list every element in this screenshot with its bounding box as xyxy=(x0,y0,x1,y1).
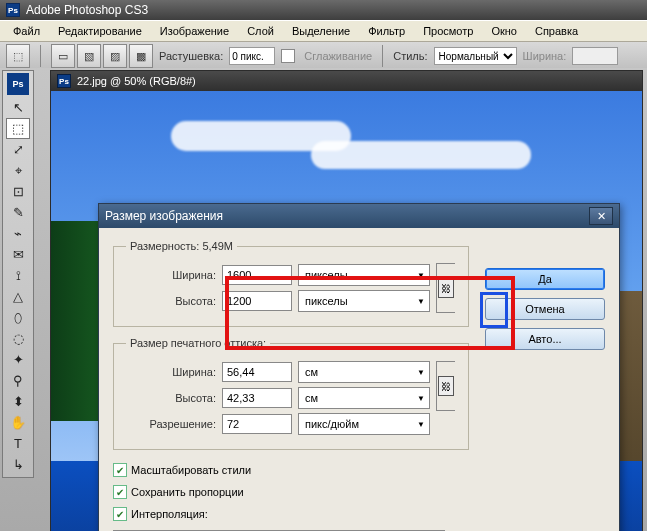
style-label: Стиль: xyxy=(393,50,427,62)
toolbox: Ps ↖ ⬚ ⤢ ⌖ ⊡ ✎ ⌁ ✉ ⟟ △ ⬯ ◌ ✦ ⚲ ⬍ ✋ T ↳ xyxy=(2,70,34,478)
px-width-input[interactable] xyxy=(222,265,292,285)
px-width-unit[interactable]: пикселы▼ xyxy=(298,264,430,286)
tool-move[interactable]: ↖ xyxy=(6,97,30,118)
tool-hand[interactable]: ✋ xyxy=(6,412,30,433)
sel-mode-add[interactable]: ▧ xyxy=(77,44,101,68)
feather-label: Растушевка: xyxy=(159,50,223,62)
px-height-input[interactable] xyxy=(222,291,292,311)
current-tool-icon[interactable]: ⬚ xyxy=(6,44,30,68)
image-cloud xyxy=(311,141,531,169)
chain-icon[interactable]: ⛓ xyxy=(438,278,454,298)
print-width-input[interactable] xyxy=(222,362,292,382)
document-title: 22.jpg @ 50% (RGB/8#) xyxy=(77,75,196,87)
px-link-bracket: ⛓ xyxy=(436,263,455,313)
constrain-checkbox[interactable]: ✔ xyxy=(113,485,127,499)
constrain-row: ✔ Сохранить пропорции xyxy=(113,482,605,502)
sel-mode-sub[interactable]: ▨ xyxy=(103,44,127,68)
interp-row: ✔ Интерполяция: xyxy=(113,504,605,524)
close-button[interactable]: ✕ xyxy=(589,207,613,225)
separator xyxy=(382,45,383,67)
tool-stamp[interactable]: ⟟ xyxy=(6,265,30,286)
feather-input[interactable] xyxy=(229,47,275,65)
app-title: Adobe Photoshop CS3 xyxy=(26,3,148,17)
menu-select[interactable]: Выделение xyxy=(283,23,359,39)
interp-checkbox[interactable]: ✔ xyxy=(113,507,127,521)
tool-type[interactable]: T xyxy=(6,433,30,454)
pixel-dimensions-legend: Размерность: 5,49M xyxy=(126,240,237,252)
print-link-bracket: ⛓ xyxy=(436,361,455,411)
print-size-group: Размер печатного оттиска: Ширина: см▼ Вы… xyxy=(113,337,469,450)
tool-pen[interactable]: ⬍ xyxy=(6,391,30,412)
menubar: Файл Редактирование Изображение Слой Выд… xyxy=(0,20,647,42)
dialog-button-column: Да Отмена Авто... xyxy=(485,268,605,350)
menu-edit[interactable]: Редактирование xyxy=(49,23,151,39)
scale-styles-checkbox[interactable]: ✔ xyxy=(113,463,127,477)
tool-dodge[interactable]: ⚲ xyxy=(6,370,30,391)
sel-mode-new[interactable]: ▭ xyxy=(51,44,75,68)
chain-icon[interactable]: ⛓ xyxy=(438,376,454,396)
fixed-width-label: Ширина: xyxy=(523,50,567,62)
fixed-width-input[interactable] xyxy=(572,47,618,65)
scale-styles-row: ✔ Масштабировать стили xyxy=(113,460,605,480)
sel-mode-int[interactable]: ▩ xyxy=(129,44,153,68)
menu-file[interactable]: Файл xyxy=(4,23,49,39)
chevron-down-icon: ▼ xyxy=(417,297,425,306)
toolbox-logo: Ps xyxy=(7,73,29,95)
menu-image[interactable]: Изображение xyxy=(151,23,238,39)
menu-help[interactable]: Справка xyxy=(526,23,587,39)
document-titlebar[interactable]: Ps 22.jpg @ 50% (RGB/8#) xyxy=(51,71,642,91)
menu-filter[interactable]: Фильтр xyxy=(359,23,414,39)
px-height-label: Высота: xyxy=(126,295,216,307)
antialias-checkbox[interactable] xyxy=(281,49,295,63)
antialias-label: Сглаживание xyxy=(304,50,372,62)
tool-path[interactable]: ↳ xyxy=(6,454,30,475)
menu-layer[interactable]: Слой xyxy=(238,23,283,39)
chevron-down-icon: ▼ xyxy=(417,420,425,429)
print-height-unit[interactable]: см▼ xyxy=(298,387,430,409)
close-icon: ✕ xyxy=(597,210,606,223)
resolution-unit[interactable]: пикс/дюйм▼ xyxy=(298,413,430,435)
dialog-titlebar[interactable]: Размер изображения ✕ xyxy=(99,204,619,228)
tool-lasso[interactable]: ⤢ xyxy=(6,139,30,160)
print-height-label: Высота: xyxy=(126,392,216,404)
tool-wand[interactable]: ⌖ xyxy=(6,160,30,181)
dialog-title: Размер изображения xyxy=(105,209,223,223)
tool-eraser[interactable]: ⬯ xyxy=(6,307,30,328)
tool-blur[interactable]: ✦ xyxy=(6,349,30,370)
tool-heal[interactable]: ⌁ xyxy=(6,223,30,244)
app-titlebar: Ps Adobe Photoshop CS3 xyxy=(0,0,647,20)
tool-marquee[interactable]: ⬚ xyxy=(6,118,30,139)
separator xyxy=(40,45,41,67)
selection-mode-group: ▭ ▧ ▨ ▩ xyxy=(51,44,153,68)
dialog-body: Да Отмена Авто... Размерность: 5,49M Шир… xyxy=(99,228,619,531)
interp-label: Интерполяция: xyxy=(131,508,208,520)
cancel-button[interactable]: Отмена xyxy=(485,298,605,320)
chevron-down-icon: ▼ xyxy=(417,368,425,377)
ok-button[interactable]: Да xyxy=(485,268,605,290)
tool-gradient[interactable]: ◌ xyxy=(6,328,30,349)
style-select[interactable]: Нормальный xyxy=(434,47,517,65)
image-size-dialog: Размер изображения ✕ Да Отмена Авто... Р… xyxy=(98,203,620,531)
resolution-input[interactable] xyxy=(222,414,292,434)
px-width-label: Ширина: xyxy=(126,269,216,281)
workspace: Ps ↖ ⬚ ⤢ ⌖ ⊡ ✎ ⌁ ✉ ⟟ △ ⬯ ◌ ✦ ⚲ ⬍ ✋ T ↳ P… xyxy=(0,68,647,531)
menu-window[interactable]: Окно xyxy=(482,23,526,39)
px-height-unit[interactable]: пикселы▼ xyxy=(298,290,430,312)
options-bar: ⬚ ▭ ▧ ▨ ▩ Растушевка: Сглаживание Стиль:… xyxy=(0,42,647,71)
app-icon: Ps xyxy=(6,3,20,17)
auto-button[interactable]: Авто... xyxy=(485,328,605,350)
tool-history-brush[interactable]: △ xyxy=(6,286,30,307)
print-height-input[interactable] xyxy=(222,388,292,408)
pixel-dimensions-group: Размерность: 5,49M Ширина: пикселы▼ Высо… xyxy=(113,240,469,327)
print-width-unit[interactable]: см▼ xyxy=(298,361,430,383)
print-width-label: Ширина: xyxy=(126,366,216,378)
constrain-label: Сохранить пропорции xyxy=(131,486,244,498)
scale-styles-label: Масштабировать стили xyxy=(131,464,251,476)
tool-brush[interactable]: ✉ xyxy=(6,244,30,265)
tool-crop[interactable]: ⊡ xyxy=(6,181,30,202)
menu-view[interactable]: Просмотр xyxy=(414,23,482,39)
document-icon: Ps xyxy=(57,74,71,88)
resolution-label: Разрешение: xyxy=(126,418,216,430)
tool-slice[interactable]: ✎ xyxy=(6,202,30,223)
print-size-legend: Размер печатного оттиска: xyxy=(126,337,270,349)
